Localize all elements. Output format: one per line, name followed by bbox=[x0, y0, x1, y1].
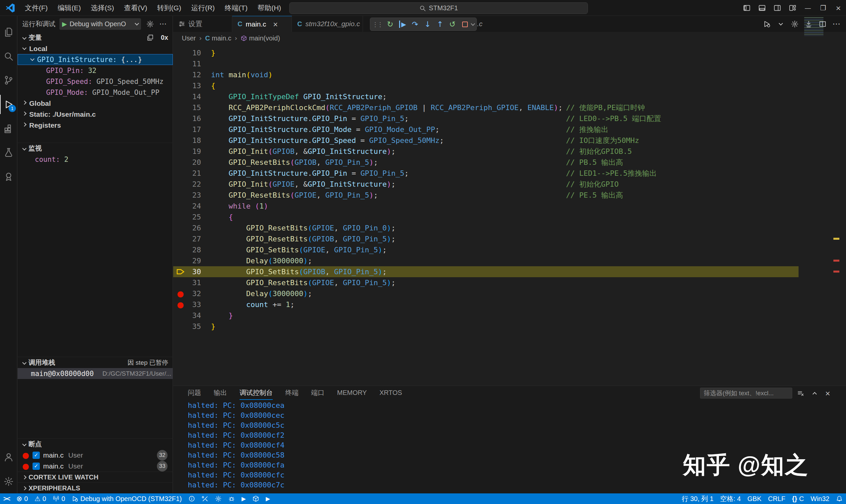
debug-configuration[interactable]: Debug with OpenOCD (STM32F1) bbox=[68, 493, 185, 504]
panel-tab-调试控制台[interactable]: 调试控制台 bbox=[240, 386, 273, 400]
reset-button[interactable]: ↻ bbox=[384, 18, 396, 30]
variable-GPIO_Mode[interactable]: GPIO_Mode: GPIO_Mode_Out_PP bbox=[18, 87, 173, 98]
section-cortex-live-watch[interactable]: CORTEX LIVE WATCH bbox=[18, 471, 173, 483]
toolbar-more-dropdown-icon[interactable] bbox=[471, 21, 475, 26]
eol-sequence[interactable]: CRLF bbox=[765, 493, 789, 504]
variables-scope-local[interactable]: Local bbox=[18, 43, 173, 54]
clear-console-icon[interactable] bbox=[796, 389, 806, 398]
code-line-20[interactable]: 20 GPIO_ResetBits(GPIOB, GPIO_Pin_5);// … bbox=[173, 157, 798, 168]
more-actions-icon[interactable]: ⋯ bbox=[159, 20, 166, 28]
variable-GPIO_Speed[interactable]: GPIO_Speed: GPIO_Speed_50MHz bbox=[18, 76, 173, 87]
activity-accounts-icon[interactable] bbox=[0, 448, 17, 467]
stop-button[interactable] bbox=[459, 18, 471, 30]
cursor-position[interactable]: 行 30, 列 1 bbox=[678, 493, 717, 504]
code-editor[interactable]: 10}1112int main(void)13{14 GPIO_InitType… bbox=[173, 44, 846, 385]
close-tab-icon[interactable]: × bbox=[273, 21, 278, 28]
activity-run-and-debug-icon[interactable]: 1 bbox=[0, 95, 17, 114]
code-line-18[interactable]: 18 GPIO_InitStructure.GPIO_Speed = GPIO_… bbox=[173, 135, 798, 146]
code-line-22[interactable]: 22 GPIO_Init(GPIOE, &GPIO_InitStructure)… bbox=[173, 179, 798, 190]
step-out-button[interactable]: ↑ bbox=[434, 18, 446, 30]
hex-format-toggle[interactable]: 0x bbox=[161, 34, 168, 41]
panel-tab-输出[interactable]: 输出 bbox=[214, 386, 227, 400]
editor-settings-icon[interactable] bbox=[788, 17, 801, 31]
maximize-button[interactable]: ❐ bbox=[815, 0, 831, 16]
breakpoint-checkbox[interactable]: ✓ bbox=[33, 452, 40, 459]
activity-eide-extension-icon[interactable] bbox=[0, 167, 17, 186]
code-line-34[interactable]: 34 } bbox=[173, 310, 798, 321]
continue-button[interactable]: ▶ bbox=[397, 18, 409, 30]
run-or-debug-button[interactable] bbox=[760, 17, 773, 31]
run-button[interactable]: ▶ bbox=[238, 493, 249, 504]
code-line-14[interactable]: 14 GPIO_InitTypeDef GPIO_InitStructure; bbox=[173, 91, 798, 102]
section-breakpoints[interactable]: 断点 bbox=[18, 438, 173, 450]
debug-config-dropdown[interactable]: ▶ Debug with OpenO bbox=[59, 18, 141, 30]
menu-帮助H[interactable]: 帮助(H) bbox=[252, 0, 286, 16]
variables-scope-static-user-main-c[interactable]: Static: ./User/main.c bbox=[18, 109, 173, 120]
code-line-28[interactable]: 28 GPIO_SetBits(GPIOE, GPIO_Pin_5); bbox=[173, 245, 798, 255]
menu-选择S[interactable]: 选择(S) bbox=[86, 0, 119, 16]
debug-button[interactable] bbox=[225, 493, 238, 504]
minimize-button[interactable]: — bbox=[800, 0, 815, 16]
toggle-secondary-sidebar-icon[interactable] bbox=[770, 0, 785, 16]
code-line-19[interactable]: 19 GPIO_Init(GPIOB, &GPIO_InitStructure)… bbox=[173, 146, 798, 157]
menu-文件F[interactable]: 文件(F) bbox=[20, 0, 53, 16]
code-line-29[interactable]: 29 Delay(3000000); bbox=[173, 255, 798, 266]
build-tools-button[interactable] bbox=[198, 493, 212, 504]
code-line-23[interactable]: 23 GPIO_ResetBits(GPIOE, GPIO_Pin_5);// … bbox=[173, 190, 798, 201]
problems-warnings[interactable]: ⚠0 bbox=[31, 493, 49, 504]
code-line-35[interactable]: 35} bbox=[173, 321, 798, 332]
breadcrumb-item-0[interactable]: User bbox=[182, 35, 196, 42]
maximize-panel-icon[interactable] bbox=[810, 389, 819, 398]
variable-GPIO_InitStructure[interactable]: GPIO_InitStructure: {...} bbox=[18, 54, 173, 65]
console-filter-input[interactable] bbox=[700, 388, 792, 399]
breadcrumb-item-1[interactable]: C main.c bbox=[205, 35, 231, 42]
hidden-tab-label[interactable]: .c bbox=[477, 16, 482, 32]
activity-testing-icon[interactable] bbox=[0, 143, 17, 162]
run-dropdown-icon[interactable] bbox=[774, 17, 787, 31]
activity-source-control-icon[interactable] bbox=[0, 71, 17, 90]
remote-indicator[interactable]: >< bbox=[0, 493, 13, 504]
more-editor-actions-icon[interactable]: ⋯ bbox=[830, 17, 843, 31]
menu-运行R[interactable]: 运行(R) bbox=[186, 0, 219, 16]
code-line-24[interactable]: 24 while (1) bbox=[173, 201, 798, 212]
indentation[interactable]: 空格: 4 bbox=[717, 493, 744, 504]
code-line-10[interactable]: 10} bbox=[173, 48, 798, 58]
code-line-21[interactable]: 21 GPIO_InitStructure.GPIO_Pin = GPIO_Pi… bbox=[173, 168, 798, 179]
menu-编辑E[interactable]: 编辑(E) bbox=[53, 0, 86, 16]
breakpoint-row-33[interactable]: ●✓main.cUser33 bbox=[18, 461, 173, 471]
variable-GPIO_Pin[interactable]: GPIO_Pin: 32 bbox=[18, 65, 173, 76]
variables-scope-registers[interactable]: Registers bbox=[18, 120, 173, 131]
command-center-search[interactable]: STM32F1 bbox=[289, 2, 588, 14]
activity-search-icon[interactable] bbox=[0, 47, 17, 66]
panel-tab-端口[interactable]: 端口 bbox=[311, 386, 324, 400]
notifications-bell[interactable] bbox=[833, 493, 846, 504]
menu-查看V[interactable]: 查看(V) bbox=[119, 0, 152, 16]
activity-explorer-icon[interactable] bbox=[0, 22, 17, 42]
close-button[interactable]: × bbox=[831, 0, 846, 16]
tab-main.c[interactable]: Cmain.c× bbox=[232, 16, 292, 32]
settings-button[interactable] bbox=[212, 493, 225, 504]
panel-tab-问题[interactable]: 问题 bbox=[188, 386, 201, 400]
section-call-stack[interactable]: 调用堆栈因 step 已暂停 bbox=[18, 357, 173, 368]
menu-转到G[interactable]: 转到(G) bbox=[152, 0, 186, 16]
watch-count[interactable]: count: 2 bbox=[18, 154, 173, 165]
flash-package-button[interactable] bbox=[249, 493, 262, 504]
section-variables[interactable]: 变量0x bbox=[18, 32, 173, 43]
code-line-13[interactable]: 13{ bbox=[173, 80, 798, 91]
code-line-15[interactable]: 15 RCC_APB2PeriphClockCmd(RCC_APB2Periph… bbox=[173, 102, 798, 113]
panel-tab-终端[interactable]: 终端 bbox=[285, 386, 299, 400]
restart-button[interactable]: ↺ bbox=[446, 18, 458, 30]
customize-layout-icon[interactable] bbox=[785, 0, 800, 16]
menu-终端T[interactable]: 终端(T) bbox=[219, 0, 252, 16]
toggle-sidebar-icon[interactable] bbox=[739, 0, 754, 16]
serial-ports[interactable]: 0 bbox=[49, 493, 68, 504]
code-line-32[interactable]: ●32 Delay(3000000); bbox=[173, 288, 798, 299]
breadcrumb-item-2[interactable]: main(void) bbox=[241, 35, 280, 42]
copy-icon[interactable] bbox=[147, 34, 154, 41]
section-watch[interactable]: 监视 bbox=[18, 143, 173, 154]
tab-设置[interactable]: 设置 bbox=[173, 16, 232, 32]
step-over-button[interactable]: ↷ bbox=[409, 18, 421, 30]
close-panel-icon[interactable]: × bbox=[823, 389, 833, 398]
run-button-2[interactable]: ▶ bbox=[262, 493, 274, 504]
code-line-33[interactable]: ●33 count += 1; bbox=[173, 299, 798, 310]
